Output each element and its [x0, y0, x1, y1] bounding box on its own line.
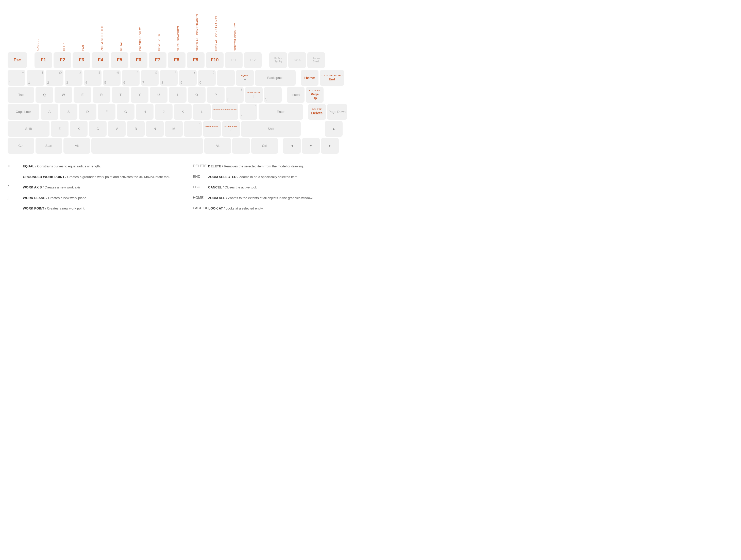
- fn-label-f4: ROTATE: [120, 39, 123, 51]
- key-f8[interactable]: F8: [168, 52, 186, 68]
- key-9[interactable]: (9: [179, 70, 197, 86]
- key-pageup[interactable]: LOOK AT PageUp: [306, 87, 324, 103]
- key-x[interactable]: X: [70, 121, 87, 137]
- key-c[interactable]: C: [89, 121, 107, 137]
- key-h[interactable]: H: [136, 104, 153, 120]
- key-tilde[interactable]: ~ `: [8, 70, 25, 86]
- key-5[interactable]: %5: [103, 70, 121, 86]
- key-backspace[interactable]: Backspace: [255, 70, 296, 86]
- key-esc[interactable]: Esc: [8, 52, 27, 68]
- key-f3[interactable]: F3: [73, 52, 90, 68]
- key-l[interactable]: L: [193, 104, 211, 120]
- key-slash[interactable]: WORK AXIS /: [222, 121, 240, 137]
- key-scrlk[interactable]: ScrLK: [288, 52, 306, 68]
- key-end[interactable]: ZOOM SELECTED End: [320, 70, 344, 86]
- key-7[interactable]: &7: [141, 70, 158, 86]
- key-arrow-left[interactable]: ◄: [283, 138, 301, 154]
- key-f1[interactable]: F1: [35, 52, 52, 68]
- key-e[interactable]: E: [74, 87, 91, 103]
- key-delete[interactable]: DELETE Delete: [308, 104, 326, 120]
- caps-row: Caps Lock A S D F G H J K L GROUNDED WOR…: [8, 104, 363, 120]
- key-shift-right[interactable]: Shift: [241, 121, 301, 137]
- key-period[interactable]: WORK POINT .: [203, 121, 221, 137]
- key-j[interactable]: J: [155, 104, 173, 120]
- key-f7[interactable]: F7: [149, 52, 166, 68]
- fn-label-cancel: CANCEL: [37, 39, 39, 51]
- key-z[interactable]: Z: [51, 121, 69, 137]
- key-y[interactable]: Y: [131, 87, 148, 103]
- key-space[interactable]: [91, 138, 203, 154]
- key-ctrl-right[interactable]: Ctrl: [251, 138, 278, 154]
- key-8[interactable]: *8: [160, 70, 178, 86]
- key-shift-left[interactable]: Shift: [8, 121, 50, 137]
- legend-key-pageup: PAGE UP: [193, 206, 208, 210]
- key-quote[interactable]: "': [240, 104, 257, 120]
- legend-left: = EQUAL / Constrains curves to equal rad…: [8, 164, 178, 217]
- key-minus[interactable]: —-: [217, 70, 235, 86]
- key-comma[interactable]: <,: [184, 121, 202, 137]
- key-q[interactable]: Q: [36, 87, 53, 103]
- legend-text-semicolon: GROUNDED WORK POINT / Creates a grounded…: [23, 174, 170, 179]
- fn-label-f1: HELP: [63, 43, 65, 51]
- key-0[interactable]: )0: [198, 70, 216, 86]
- key-f[interactable]: F: [98, 104, 116, 120]
- key-arrow-right[interactable]: ►: [321, 138, 339, 154]
- key-ctrl-left[interactable]: Ctrl: [8, 138, 34, 154]
- key-pagedown[interactable]: Page Down: [327, 104, 347, 120]
- key-arrow-down[interactable]: ▼: [302, 138, 320, 154]
- key-6[interactable]: ^6: [122, 70, 140, 86]
- legend-key-delete: DELETE: [193, 164, 208, 168]
- key-v[interactable]: V: [108, 121, 126, 137]
- legend-slash: / WORK AXIS / Creates a new work axis.: [8, 185, 178, 190]
- key-m[interactable]: M: [165, 121, 183, 137]
- key-s[interactable]: S: [60, 104, 77, 120]
- key-n[interactable]: N: [146, 121, 164, 137]
- key-b[interactable]: B: [127, 121, 145, 137]
- key-f4[interactable]: F4: [91, 52, 109, 68]
- legend-text-period: WORK POINT / Creates a new work point.: [23, 206, 85, 211]
- key-semicolon[interactable]: GROUNDED WORK POINT ;: [212, 104, 238, 120]
- key-bracket-open[interactable]: {[: [226, 87, 244, 103]
- key-p[interactable]: P: [207, 87, 224, 103]
- key-a[interactable]: A: [41, 104, 58, 120]
- key-equal[interactable]: EQUAL =: [236, 70, 254, 86]
- key-3[interactable]: #3: [65, 70, 82, 86]
- key-f12[interactable]: F12: [244, 52, 262, 68]
- key-backslash[interactable]: |\: [264, 87, 282, 103]
- key-u[interactable]: U: [150, 87, 167, 103]
- key-i[interactable]: I: [169, 87, 187, 103]
- key-o[interactable]: O: [188, 87, 206, 103]
- key-r[interactable]: R: [92, 87, 111, 103]
- key-1[interactable]: !1: [27, 70, 45, 86]
- key-insert[interactable]: Insert: [287, 87, 305, 103]
- key-t[interactable]: T: [112, 87, 129, 103]
- key-f11[interactable]: F11: [225, 52, 243, 68]
- legend-text-pageup: LOOK AT / Looks at a selected entity.: [208, 206, 263, 211]
- key-f9[interactable]: F9: [187, 52, 205, 68]
- key-f5[interactable]: F5: [111, 52, 128, 68]
- key-f6[interactable]: F6: [130, 52, 147, 68]
- key-alt-left[interactable]: Alt: [63, 138, 90, 154]
- key-tab[interactable]: Tab: [8, 87, 34, 103]
- key-k[interactable]: K: [174, 104, 192, 120]
- legend-delete: DELETE DELETE / Removes the selected ite…: [193, 164, 363, 169]
- legend-text-delete: DELETE / Removes the selected item from …: [208, 164, 304, 169]
- key-2[interactable]: @2: [46, 70, 63, 86]
- fn-label-f3: ZOOM SELECTED: [101, 26, 104, 51]
- key-prtscn[interactable]: PrtScnSysRq: [269, 52, 287, 68]
- key-enter[interactable]: Enter: [259, 104, 303, 120]
- key-alt-right[interactable]: Alt: [204, 138, 231, 154]
- key-f10[interactable]: F10: [206, 52, 223, 68]
- key-arrow-up[interactable]: ▲: [325, 121, 343, 137]
- key-capslock[interactable]: Caps Lock: [8, 104, 39, 120]
- key-g[interactable]: G: [117, 104, 134, 120]
- key-start[interactable]: Start: [36, 138, 62, 154]
- key-home[interactable]: Home: [301, 70, 319, 86]
- key-bracket-close[interactable]: WORK PLANE ]: [245, 87, 263, 103]
- fn-label-f9: HIDE ALL CONSTRAINTS: [215, 16, 218, 51]
- key-4[interactable]: $4: [84, 70, 102, 86]
- key-w[interactable]: W: [55, 87, 72, 103]
- key-f2[interactable]: F2: [54, 52, 71, 68]
- key-d[interactable]: D: [79, 104, 96, 120]
- key-pause[interactable]: PauseBreak: [307, 52, 325, 68]
